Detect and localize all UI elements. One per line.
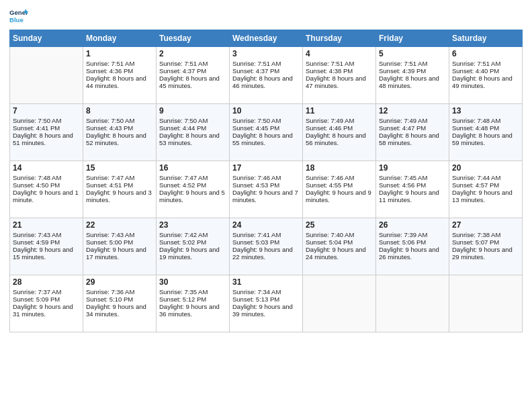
sunset-text: Sunset: 4:36 PM bbox=[86, 67, 153, 75]
daylight-text: Daylight: 9 hours and 11 minutes. bbox=[379, 189, 446, 203]
sunrise-text: Sunrise: 7:51 AM bbox=[232, 60, 300, 67]
day-number: 8 bbox=[86, 106, 153, 116]
sunrise-text: Sunrise: 7:40 AM bbox=[306, 231, 373, 238]
daylight-text: Daylight: 9 hours and 26 minutes. bbox=[379, 246, 446, 261]
daylight-text: Daylight: 8 hours and 47 minutes. bbox=[306, 75, 373, 89]
day-number: 25 bbox=[306, 220, 373, 230]
sunrise-text: Sunrise: 7:46 AM bbox=[232, 174, 300, 181]
sunrise-text: Sunrise: 7:50 AM bbox=[232, 117, 300, 124]
sunrise-text: Sunrise: 7:51 AM bbox=[86, 60, 153, 67]
daylight-text: Daylight: 8 hours and 52 minutes. bbox=[86, 132, 153, 146]
sunset-text: Sunset: 5:10 PM bbox=[86, 295, 153, 303]
daylight-text: Daylight: 8 hours and 58 minutes. bbox=[379, 132, 446, 146]
daylight-text: Daylight: 9 hours and 39 minutes. bbox=[232, 303, 300, 318]
daylight-text: Daylight: 9 hours and 31 minutes. bbox=[13, 303, 80, 318]
day-cell: 17Sunrise: 7:46 AMSunset: 4:53 PMDayligh… bbox=[230, 161, 303, 218]
sunrise-text: Sunrise: 7:49 AM bbox=[306, 117, 373, 124]
sunset-text: Sunset: 5:09 PM bbox=[13, 295, 80, 303]
day-cell: 2Sunrise: 7:51 AMSunset: 4:37 PMDaylight… bbox=[157, 47, 230, 104]
sunrise-text: Sunrise: 7:35 AM bbox=[159, 288, 226, 295]
weekday-friday: Friday bbox=[376, 30, 449, 47]
sunset-text: Sunset: 5:13 PM bbox=[232, 295, 300, 303]
sunset-text: Sunset: 4:44 PM bbox=[159, 124, 226, 132]
sunset-text: Sunset: 5:03 PM bbox=[232, 238, 300, 246]
day-number: 24 bbox=[232, 220, 300, 230]
day-number: 4 bbox=[306, 49, 373, 58]
calendar-table: SundayMondayTuesdayWednesdayThursdayFrid… bbox=[9, 30, 523, 332]
daylight-text: Daylight: 9 hours and 24 minutes. bbox=[306, 246, 373, 261]
day-cell: 3Sunrise: 7:51 AMSunset: 4:37 PMDaylight… bbox=[230, 47, 303, 104]
day-number: 18 bbox=[306, 163, 373, 173]
day-number: 3 bbox=[232, 49, 300, 58]
day-cell: 24Sunrise: 7:41 AMSunset: 5:03 PMDayligh… bbox=[230, 218, 303, 275]
daylight-text: Daylight: 9 hours and 15 minutes. bbox=[13, 246, 80, 261]
daylight-text: Daylight: 8 hours and 51 minutes. bbox=[13, 132, 80, 146]
week-row-1: 1Sunrise: 7:51 AMSunset: 4:36 PMDaylight… bbox=[10, 47, 523, 104]
day-number: 20 bbox=[452, 163, 519, 173]
day-number: 10 bbox=[232, 106, 300, 116]
sunset-text: Sunset: 4:41 PM bbox=[13, 124, 80, 132]
day-number: 22 bbox=[86, 220, 153, 230]
day-number: 23 bbox=[159, 220, 226, 230]
day-number: 28 bbox=[13, 277, 80, 287]
sunrise-text: Sunrise: 7:36 AM bbox=[86, 288, 153, 295]
weekday-tuesday: Tuesday bbox=[157, 30, 230, 47]
day-cell: 19Sunrise: 7:45 AMSunset: 4:56 PMDayligh… bbox=[376, 161, 449, 218]
day-number: 19 bbox=[379, 163, 446, 173]
weekday-saturday: Saturday bbox=[449, 30, 523, 47]
sunset-text: Sunset: 4:45 PM bbox=[232, 124, 300, 132]
day-number: 14 bbox=[13, 163, 80, 173]
day-cell: 4Sunrise: 7:51 AMSunset: 4:38 PMDaylight… bbox=[303, 47, 376, 104]
daylight-text: Daylight: 9 hours and 3 minutes. bbox=[86, 189, 153, 203]
daylight-text: Daylight: 9 hours and 29 minutes. bbox=[452, 246, 519, 261]
weekday-wednesday: Wednesday bbox=[230, 30, 303, 47]
sunrise-text: Sunrise: 7:46 AM bbox=[306, 174, 373, 181]
day-cell: 20Sunrise: 7:44 AMSunset: 4:57 PMDayligh… bbox=[449, 161, 523, 218]
day-number: 6 bbox=[452, 49, 519, 58]
sunset-text: Sunset: 4:48 PM bbox=[452, 124, 519, 132]
day-number: 7 bbox=[13, 106, 80, 116]
sunset-text: Sunset: 4:59 PM bbox=[13, 238, 80, 246]
sunrise-text: Sunrise: 7:41 AM bbox=[232, 231, 300, 238]
daylight-text: Daylight: 8 hours and 59 minutes. bbox=[452, 132, 519, 146]
sunrise-text: Sunrise: 7:47 AM bbox=[159, 174, 226, 181]
day-number: 26 bbox=[379, 220, 446, 230]
day-number: 12 bbox=[379, 106, 446, 116]
day-number: 2 bbox=[159, 49, 226, 58]
day-cell: 8Sunrise: 7:50 AMSunset: 4:43 PMDaylight… bbox=[83, 104, 157, 161]
day-number: 11 bbox=[306, 106, 373, 116]
daylight-text: Daylight: 9 hours and 19 minutes. bbox=[159, 246, 226, 261]
daylight-text: Daylight: 8 hours and 53 minutes. bbox=[159, 132, 226, 146]
svg-text:Blue: Blue bbox=[9, 16, 24, 24]
daylight-text: Daylight: 9 hours and 22 minutes. bbox=[232, 246, 300, 261]
daylight-text: Daylight: 9 hours and 17 minutes. bbox=[86, 246, 153, 261]
day-number: 30 bbox=[159, 277, 226, 287]
sunset-text: Sunset: 4:51 PM bbox=[86, 181, 153, 189]
sunset-text: Sunset: 5:06 PM bbox=[379, 238, 446, 246]
daylight-text: Daylight: 9 hours and 5 minutes. bbox=[159, 189, 226, 203]
day-cell: 29Sunrise: 7:36 AMSunset: 5:10 PMDayligh… bbox=[83, 275, 157, 332]
day-cell: 6Sunrise: 7:51 AMSunset: 4:40 PMDaylight… bbox=[449, 47, 523, 104]
daylight-text: Daylight: 8 hours and 48 minutes. bbox=[379, 75, 446, 89]
daylight-text: Daylight: 9 hours and 36 minutes. bbox=[159, 303, 226, 318]
day-number: 27 bbox=[452, 220, 519, 230]
sunset-text: Sunset: 4:56 PM bbox=[379, 181, 446, 189]
day-cell: 15Sunrise: 7:47 AMSunset: 4:51 PMDayligh… bbox=[83, 161, 157, 218]
day-number: 9 bbox=[159, 106, 226, 116]
sunrise-text: Sunrise: 7:49 AM bbox=[379, 117, 446, 124]
sunrise-text: Sunrise: 7:51 AM bbox=[379, 60, 446, 67]
day-cell: 12Sunrise: 7:49 AMSunset: 4:47 PMDayligh… bbox=[376, 104, 449, 161]
week-row-4: 21Sunrise: 7:43 AMSunset: 4:59 PMDayligh… bbox=[10, 218, 523, 275]
day-cell bbox=[376, 275, 449, 332]
day-cell: 13Sunrise: 7:48 AMSunset: 4:48 PMDayligh… bbox=[449, 104, 523, 161]
sunrise-text: Sunrise: 7:38 AM bbox=[452, 231, 519, 238]
daylight-text: Daylight: 8 hours and 56 minutes. bbox=[306, 132, 373, 146]
sunset-text: Sunset: 4:37 PM bbox=[232, 67, 300, 75]
daylight-text: Daylight: 9 hours and 13 minutes. bbox=[452, 189, 519, 203]
day-number: 29 bbox=[86, 277, 153, 287]
day-cell: 1Sunrise: 7:51 AMSunset: 4:36 PMDaylight… bbox=[83, 47, 157, 104]
day-cell: 28Sunrise: 7:37 AMSunset: 5:09 PMDayligh… bbox=[10, 275, 83, 332]
day-cell: 18Sunrise: 7:46 AMSunset: 4:55 PMDayligh… bbox=[303, 161, 376, 218]
sunset-text: Sunset: 4:52 PM bbox=[159, 181, 226, 189]
sunrise-text: Sunrise: 7:37 AM bbox=[13, 288, 80, 295]
